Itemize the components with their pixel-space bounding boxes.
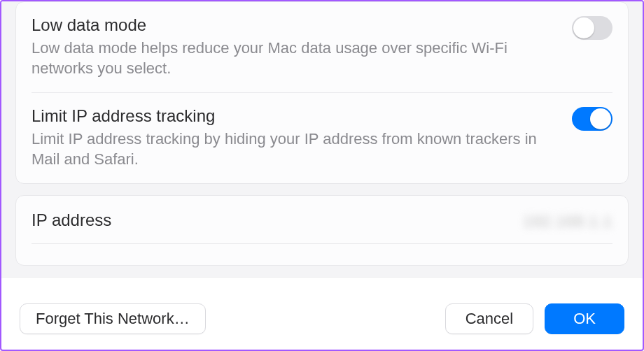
dialog-footer: Forget This Network… Cancel OK	[3, 277, 641, 348]
low-data-mode-desc: Low data mode helps reduce your Mac data…	[31, 38, 551, 78]
limit-ip-tracking-row: Limit IP address tracking Limit IP addre…	[31, 92, 612, 183]
settings-content: Low data mode Low data mode helps reduce…	[1, 1, 643, 278]
low-data-mode-row: Low data mode Low data mode helps reduce…	[31, 2, 612, 92]
limit-ip-tracking-toggle[interactable]	[572, 107, 612, 131]
ip-address-label: IP address	[31, 210, 111, 231]
options-card: Low data mode Low data mode helps reduce…	[15, 1, 629, 184]
cancel-button[interactable]: Cancel	[445, 303, 533, 334]
settings-dialog: Low data mode Low data mode helps reduce…	[0, 0, 644, 351]
forget-network-button[interactable]: Forget This Network…	[20, 303, 206, 334]
footer-right-buttons: Cancel OK	[445, 303, 624, 334]
ok-button[interactable]: OK	[545, 303, 624, 334]
toggle-knob	[573, 17, 594, 38]
row-text: Limit IP address tracking Limit IP addre…	[31, 106, 572, 169]
ip-address-value: 192.168.1.1	[524, 213, 612, 231]
row-text: Low data mode Low data mode helps reduce…	[31, 15, 572, 78]
limit-ip-tracking-title: Limit IP address tracking	[31, 106, 551, 127]
low-data-mode-toggle[interactable]	[572, 16, 612, 40]
toggle-knob	[590, 108, 611, 129]
card-spacer	[31, 244, 612, 265]
low-data-mode-title: Low data mode	[31, 15, 551, 36]
ip-address-row: IP address 192.168.1.1	[31, 196, 612, 244]
limit-ip-tracking-desc: Limit IP address tracking by hiding your…	[31, 129, 551, 169]
ip-card: IP address 192.168.1.1	[15, 195, 629, 266]
